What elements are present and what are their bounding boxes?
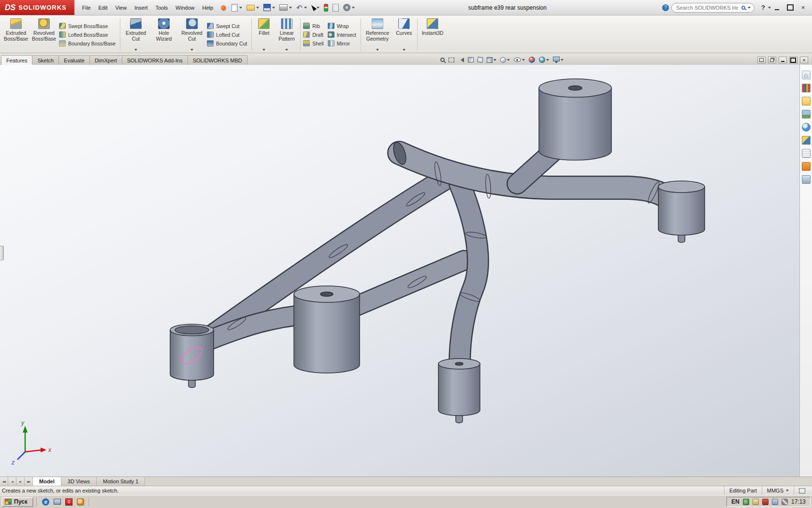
doc-cascade-button[interactable]: [768, 57, 776, 63]
tab-evaluate[interactable]: Evaluate: [58, 55, 90, 65]
menu-window[interactable]: Window: [172, 3, 198, 12]
previous-view-button[interactable]: [457, 57, 465, 63]
chevron-down-icon[interactable]: [376, 49, 379, 51]
appearances-scenes-button[interactable]: [802, 123, 811, 132]
tab-dimxpert[interactable]: DimXpert: [89, 55, 122, 65]
open-button[interactable]: [245, 4, 261, 12]
zoom-to-fit-button[interactable]: [439, 57, 446, 62]
hole-wizard-button[interactable]: Hole Wizard: [150, 16, 178, 53]
menu-tools[interactable]: Tools: [152, 3, 172, 12]
tab-scroll-prev-button[interactable]: ◂: [8, 477, 16, 486]
tray-shield-icon[interactable]: [743, 499, 749, 505]
custom-properties-button[interactable]: [802, 136, 811, 145]
design-library-button[interactable]: [802, 84, 811, 92]
chevron-down-icon[interactable]: [546, 59, 549, 61]
menu-help[interactable]: Help: [198, 3, 217, 12]
tab-motion-study[interactable]: Motion Study 1: [97, 477, 145, 486]
save-button[interactable]: [261, 3, 277, 12]
model-viewport[interactable]: x y z: [0, 65, 799, 477]
document-manager-button[interactable]: [802, 175, 811, 184]
tray-update-icon[interactable]: [753, 499, 759, 505]
chevron-down-icon[interactable]: [256, 7, 259, 9]
wrap-button[interactable]: Wrap: [328, 23, 356, 29]
display-style-button[interactable]: [499, 57, 511, 63]
tray-volume-icon[interactable]: [782, 499, 788, 505]
chevron-down-icon[interactable]: [289, 7, 292, 9]
boundary-boss-button[interactable]: Boundary Boss/Base: [59, 40, 116, 46]
tab-solidworks-mbd[interactable]: SOLIDWORKS MBD: [188, 55, 247, 65]
chevron-down-icon[interactable]: [522, 59, 525, 61]
linear-pattern-button[interactable]: Linear Pattern: [275, 16, 299, 53]
tube-mid-link[interactable]: [346, 260, 464, 311]
chevron-down-icon[interactable]: [190, 49, 193, 51]
chevron-down-icon[interactable]: [748, 7, 751, 9]
search-input[interactable]: [675, 4, 739, 11]
shell-button[interactable]: Shell: [303, 40, 323, 46]
options-button[interactable]: [341, 3, 357, 12]
orientation-triad[interactable]: x y z: [11, 419, 52, 466]
chevron-down-icon[interactable]: [239, 7, 242, 9]
chevron-down-icon[interactable]: [493, 59, 496, 61]
rebuild-button[interactable]: [322, 3, 330, 13]
chevron-down-icon[interactable]: [561, 59, 564, 61]
doc-close-button[interactable]: ×: [800, 57, 808, 63]
quicklaunch-ie-button[interactable]: e: [41, 497, 51, 507]
tab-sketch[interactable]: Sketch: [32, 55, 59, 65]
chevron-down-icon[interactable]: [786, 490, 789, 492]
instant3d-button[interactable]: Instant3D: [419, 16, 446, 53]
units-selector[interactable]: MMGS: [762, 486, 794, 495]
search-icon[interactable]: [741, 6, 745, 10]
subframe-part[interactable]: [170, 79, 705, 423]
bushing-bottom[interactable]: [438, 359, 480, 423]
chevron-down-icon[interactable]: [507, 59, 510, 61]
undo-button[interactable]: ↶: [294, 3, 309, 12]
chevron-down-icon[interactable]: [134, 49, 137, 51]
help-button[interactable]: ?: [758, 4, 768, 11]
quicklaunch-media-button[interactable]: [76, 497, 86, 507]
swept-boss-button[interactable]: Swept Boss/Base: [59, 23, 116, 29]
3d-drawing-view-button[interactable]: [477, 57, 484, 63]
boundary-cut-button[interactable]: Boundary Cut: [207, 40, 247, 46]
print-button[interactable]: [277, 3, 294, 12]
revolved-cut-button[interactable]: Revolved Cut: [178, 16, 206, 53]
hide-show-items-button[interactable]: [513, 57, 526, 62]
revolved-boss-button[interactable]: Revolved Boss/Base: [30, 16, 58, 53]
tab-scroll-first-button[interactable]: ◂◂: [0, 477, 8, 486]
chevron-down-icon[interactable]: [352, 7, 355, 9]
lofted-boss-button[interactable]: Lofted Boss/Base: [59, 31, 116, 38]
doc-maximize-button[interactable]: [789, 57, 798, 63]
model-3d-view[interactable]: x y z: [0, 65, 799, 477]
featuremanager-collapsed-tab[interactable]: [0, 246, 4, 260]
language-indicator[interactable]: EN: [731, 498, 740, 505]
tray-display-icon[interactable]: [772, 499, 778, 505]
tab-model[interactable]: Model: [33, 477, 61, 486]
tab-features[interactable]: Features: [1, 55, 32, 65]
bushing-front-left[interactable]: [170, 324, 214, 388]
rib-button[interactable]: Rib: [303, 23, 323, 29]
select-button[interactable]: [309, 3, 321, 12]
menu-insert[interactable]: Insert: [130, 3, 152, 12]
doc-restore-button[interactable]: [757, 57, 766, 63]
doc-minimize-button[interactable]: [779, 57, 787, 63]
bushing-top-right[interactable]: [539, 79, 611, 160]
fillet-button[interactable]: Fillet: [253, 16, 275, 53]
clock[interactable]: 17:13: [791, 498, 806, 505]
status-panel-toggle[interactable]: [794, 486, 810, 495]
view-settings-button[interactable]: [552, 56, 565, 63]
quicklaunch-solidworks-button[interactable]: S: [64, 497, 74, 507]
chevron-down-icon[interactable]: [272, 7, 275, 9]
solidworks-forum-button[interactable]: [802, 162, 811, 171]
chevron-down-icon[interactable]: [285, 49, 288, 51]
zoom-to-area-button[interactable]: [448, 57, 455, 63]
tab-scroll-next-button[interactable]: ▸: [16, 477, 25, 486]
intersect-button[interactable]: Intersect: [328, 31, 356, 38]
apply-scene-button[interactable]: [538, 56, 550, 63]
lofted-cut-button[interactable]: Lofted Cut: [207, 31, 247, 38]
swept-cut-button[interactable]: Swept Cut: [207, 23, 247, 29]
extruded-cut-button[interactable]: Extruded Cut: [122, 16, 150, 53]
menu-view[interactable]: View: [112, 3, 131, 12]
menu-edit[interactable]: Edit: [95, 3, 112, 12]
window-close-button[interactable]: ×: [797, 3, 809, 13]
draft-button[interactable]: Draft: [303, 31, 323, 38]
chevron-down-icon[interactable]: [403, 49, 406, 51]
